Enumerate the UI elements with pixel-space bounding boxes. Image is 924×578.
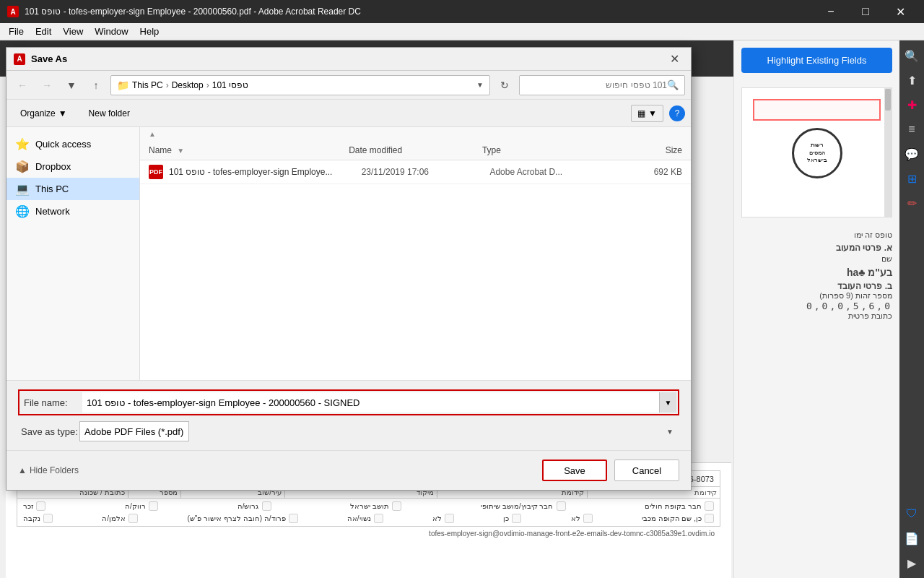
refresh-button[interactable]: ↻ bbox=[494, 75, 515, 95]
menu-view[interactable]: View bbox=[57, 25, 89, 38]
maximize-button[interactable]: □ bbox=[849, 0, 882, 23]
highlight-panel: Highlight Existing Fields רשותהמסיםבישרא… bbox=[733, 40, 899, 578]
file-name-label: File name: bbox=[21, 397, 82, 408]
breadcrumb-dropdown[interactable]: ▼ bbox=[476, 81, 484, 89]
file-date-cell: 23/11/2019 17:06 bbox=[362, 167, 490, 177]
save-type-arrow-icon: ▼ bbox=[666, 428, 674, 436]
save-type-select[interactable]: Adobe PDF Files (*.pdf) bbox=[79, 421, 189, 441]
file-list-header: Name ▼ Date modified Type Size bbox=[140, 140, 691, 160]
file-name-row: File name: ▼ bbox=[18, 389, 679, 415]
chat-icon[interactable]: 💬 bbox=[901, 143, 923, 165]
network-label: Network bbox=[35, 206, 70, 217]
minimize-button[interactable]: − bbox=[814, 0, 847, 23]
shield-icon[interactable]: 🛡 bbox=[901, 503, 923, 525]
save-type-label: Save as type: bbox=[18, 426, 79, 437]
dialog-help-button[interactable]: ? bbox=[669, 105, 685, 121]
breadcrumb-sep2: › bbox=[206, 80, 209, 90]
breadcrumb-thispc[interactable]: This PC bbox=[132, 80, 163, 90]
view-icon: ▦ bbox=[637, 108, 645, 118]
folder-icon: 📁 bbox=[117, 79, 129, 91]
highlight-existing-fields-button[interactable]: Highlight Existing Fields bbox=[741, 48, 892, 73]
sidebar-item-network[interactable]: 🌐 Network bbox=[6, 200, 139, 223]
dialog-title: Save As bbox=[31, 53, 665, 64]
window-title: 101 טופס - tofes-employer-sign Employee … bbox=[25, 7, 814, 17]
col-type-header[interactable]: Type bbox=[482, 145, 616, 155]
app-icon: A bbox=[7, 6, 19, 17]
organize-button[interactable]: Organize ▼ bbox=[12, 105, 75, 122]
thispc-icon: 💻 bbox=[15, 182, 30, 196]
save-type-row: Save as type: Adobe PDF Files (*.pdf) ▼ bbox=[18, 421, 679, 441]
chevron-down-icon: ▲ bbox=[18, 465, 27, 475]
expand-icon[interactable]: ▶ bbox=[901, 552, 923, 574]
save-type-wrapper: Adobe PDF Files (*.pdf) ▼ bbox=[79, 421, 679, 441]
menu-file[interactable]: File bbox=[3, 25, 30, 38]
network-icon: 🌐 bbox=[15, 204, 30, 218]
col-size-header[interactable]: Size bbox=[616, 145, 682, 155]
file-size-cell: 692 KB bbox=[618, 167, 682, 177]
layers-icon[interactable]: ⊞ bbox=[901, 168, 923, 189]
list-icon[interactable]: ≡ bbox=[901, 118, 923, 140]
up-button[interactable]: ↑ bbox=[86, 75, 106, 95]
magnify-icon[interactable]: 🔍 bbox=[901, 45, 923, 66]
title-bar: A 101 טופס - tofes-employer-sign Employe… bbox=[0, 0, 924, 23]
dialog-title-bar: A Save As ✕ bbox=[6, 48, 691, 71]
dialog-toolbar: ← → ▼ ↑ 📁 This PC › Desktop › 101 טפסי ▼… bbox=[6, 71, 691, 100]
sort-arrow-area: ▲ bbox=[140, 127, 691, 140]
file-name-dropdown-button[interactable]: ▼ bbox=[659, 392, 676, 413]
sidebar-nav: ⭐ Quick access 📦 Dropbox 💻 This PC 🌐 Net… bbox=[6, 127, 140, 380]
new-folder-button[interactable]: New folder bbox=[81, 105, 138, 122]
file-pdf-icon: PDF bbox=[149, 165, 163, 179]
dialog-footer: ▲ Hide Folders Save Cancel bbox=[6, 450, 691, 490]
search-input[interactable] bbox=[526, 80, 667, 90]
sort-arrow-icon: ▼ bbox=[177, 147, 184, 155]
dialog-close-button[interactable]: ✕ bbox=[665, 50, 684, 69]
menu-edit[interactable]: Edit bbox=[30, 25, 57, 38]
col-date-header[interactable]: Date modified bbox=[349, 145, 482, 155]
view-button[interactable]: ▦ ▼ bbox=[631, 105, 663, 122]
dialog-body: ⭐ Quick access 📦 Dropbox 💻 This PC 🌐 Net… bbox=[6, 127, 691, 380]
breadcrumb-desktop[interactable]: Desktop bbox=[172, 80, 204, 90]
back-button[interactable]: ← bbox=[12, 75, 32, 95]
breadcrumb: 📁 This PC › Desktop › 101 טפסי ▼ bbox=[110, 75, 490, 95]
add-icon[interactable]: ✚ bbox=[901, 94, 923, 116]
highlight-panel-header: Highlight Existing Fields bbox=[734, 40, 899, 80]
right-toolbar: 🔍 ⬆ ✚ ≡ 💬 ⊞ ✏ 🛡 📄 ▶ bbox=[899, 40, 924, 578]
organize-dropdown-icon: ▼ bbox=[58, 108, 67, 118]
dialog-actions-bar: Organize ▼ New folder ▦ ▼ ? bbox=[6, 100, 691, 127]
hide-folders-label: Hide Folders bbox=[30, 465, 79, 475]
hide-folders-button[interactable]: ▲ Hide Folders bbox=[18, 465, 79, 475]
file-name-input[interactable] bbox=[82, 392, 659, 413]
file-type-cell: Adobe Acrobat D... bbox=[489, 167, 618, 177]
save-button[interactable]: Save bbox=[542, 460, 607, 481]
panel-thumbnail: רשותהמסיםבישראל bbox=[741, 87, 892, 217]
breadcrumb-sep1: › bbox=[166, 80, 169, 90]
sidebar-item-this-pc[interactable]: 💻 This PC bbox=[6, 178, 139, 200]
panel-scroll-thumb bbox=[885, 89, 891, 111]
close-button[interactable]: ✕ bbox=[884, 0, 917, 23]
dropbox-icon: 📦 bbox=[15, 160, 30, 173]
breadcrumb-folder[interactable]: 101 טפסי bbox=[212, 80, 248, 90]
table-row[interactable]: PDF 101 טופס - tofes-employer-sign Emplo… bbox=[140, 160, 691, 184]
dropbox-label: Dropbox bbox=[35, 161, 71, 172]
pdf-footer-text: tofes-employer-sign@ovdimio-manage-front… bbox=[17, 527, 720, 540]
sidebar-item-quick-access[interactable]: ⭐ Quick access bbox=[6, 133, 139, 155]
sidebar-item-dropbox[interactable]: 📦 Dropbox bbox=[6, 155, 139, 178]
pdf-icon[interactable]: 📄 bbox=[901, 527, 923, 549]
title-bar-controls: − □ ✕ bbox=[814, 0, 917, 23]
file-list-area: ▲ Name ▼ Date modified Type Size PDF 101… bbox=[140, 127, 691, 380]
upload-icon[interactable]: ⬆ bbox=[901, 69, 923, 91]
recent-button[interactable]: ▼ bbox=[61, 75, 82, 95]
file-name-cell: 101 טופס - tofes-employer-sign Employe..… bbox=[169, 167, 362, 177]
col-name-header[interactable]: Name ▼ bbox=[149, 145, 349, 155]
search-icon: 🔍 bbox=[667, 79, 679, 90]
panel-scrollbar[interactable] bbox=[884, 88, 892, 217]
forward-button[interactable]: → bbox=[37, 75, 57, 95]
thispc-label: This PC bbox=[35, 184, 69, 194]
quick-access-label: Quick access bbox=[35, 139, 91, 150]
pencil-icon[interactable]: ✏ bbox=[901, 192, 923, 214]
view-dropdown: ▼ bbox=[648, 108, 657, 118]
menu-help[interactable]: Help bbox=[134, 25, 165, 38]
cancel-button[interactable]: Cancel bbox=[614, 460, 679, 481]
menu-window[interactable]: Window bbox=[89, 25, 134, 38]
organize-label: Organize bbox=[20, 108, 56, 118]
